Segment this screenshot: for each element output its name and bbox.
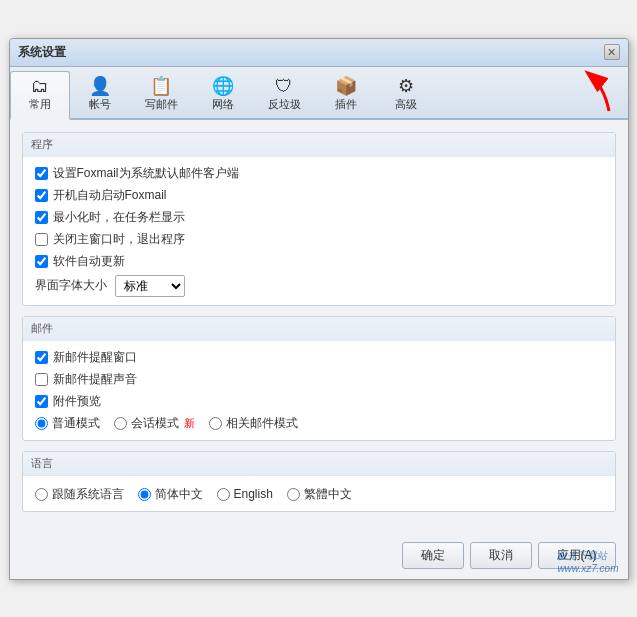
mail-section-body: 新邮件提醒窗口 新邮件提醒声音 附件预览 普通模式 (23, 341, 615, 440)
apply-button[interactable]: 应用(A) (538, 542, 616, 569)
checkbox-attachment-preview[interactable] (35, 395, 48, 408)
checkbox-new-mail-sound[interactable] (35, 373, 48, 386)
font-size-label: 界面字体大小 (35, 277, 107, 294)
tab-advanced[interactable]: ⚙ 高级 (376, 71, 436, 118)
tab-general[interactable]: 🗂 常用 (10, 71, 70, 120)
window-title: 系统设置 (18, 44, 66, 61)
content-area: 程序 设置Foxmail为系统默认邮件客户端 开机自动启动Foxmail 最小化… (10, 120, 628, 534)
checkbox-row-attachment-preview: 附件预览 (35, 393, 603, 410)
label-new-mail-popup: 新邮件提醒窗口 (53, 349, 137, 366)
tab-plugin-label: 插件 (335, 97, 357, 112)
checkbox-default-client[interactable] (35, 167, 48, 180)
tab-plugin[interactable]: 📦 插件 (316, 71, 376, 118)
label-conversation-mode: 会话模式 新 (131, 415, 195, 432)
radio-option-english: English (217, 487, 273, 501)
radio-option-follow-system: 跟随系统语言 (35, 486, 124, 503)
radio-option-simplified-chinese: 简体中文 (138, 486, 203, 503)
spam-icon: 🛡 (275, 77, 293, 95)
program-section: 程序 设置Foxmail为系统默认邮件客户端 开机自动启动Foxmail 最小化… (22, 132, 616, 306)
label-default-client: 设置Foxmail为系统默认邮件客户端 (53, 165, 239, 182)
radio-simplified-chinese[interactable] (138, 488, 151, 501)
language-radio-group: 跟随系统语言 简体中文 English 繁體中文 (35, 486, 603, 503)
tab-general-label: 常用 (29, 97, 51, 112)
label-auto-update: 软件自动更新 (53, 253, 125, 270)
label-new-mail-sound: 新邮件提醒声音 (53, 371, 137, 388)
checkbox-row-auto-start: 开机自动启动Foxmail (35, 187, 603, 204)
radio-option-related: 相关邮件模式 (209, 415, 298, 432)
font-size-select[interactable]: 标准 大 小 (115, 275, 185, 297)
checkbox-new-mail-popup[interactable] (35, 351, 48, 364)
label-auto-start: 开机自动启动Foxmail (53, 187, 167, 204)
radio-english[interactable] (217, 488, 230, 501)
mail-section-title: 邮件 (23, 317, 615, 341)
account-icon: 👤 (89, 77, 111, 95)
tab-compose[interactable]: 📋 写邮件 (130, 71, 193, 118)
label-normal-mode: 普通模式 (52, 415, 100, 432)
label-minimize-tray: 最小化时，在任务栏显示 (53, 209, 185, 226)
mail-mode-radio-group: 普通模式 会话模式 新 相关邮件模式 (35, 415, 603, 432)
label-related-mode: 相关邮件模式 (226, 415, 298, 432)
mail-section: 邮件 新邮件提醒窗口 新邮件提醒声音 附件预览 (22, 316, 616, 441)
tab-network[interactable]: 🌐 网络 (193, 71, 253, 118)
radio-option-traditional-chinese: 繁體中文 (287, 486, 352, 503)
program-section-title: 程序 (23, 133, 615, 157)
language-section-title: 语言 (23, 452, 615, 476)
program-section-body: 设置Foxmail为系统默认邮件客户端 开机自动启动Foxmail 最小化时，在… (23, 157, 615, 305)
radio-related-mode[interactable] (209, 417, 222, 430)
tab-spam-label: 反垃圾 (268, 97, 301, 112)
network-icon: 🌐 (212, 77, 234, 95)
label-simplified-chinese: 简体中文 (155, 486, 203, 503)
tab-bar: 🗂 常用 👤 帐号 📋 写邮件 🌐 网络 🛡 反垃圾 📦 插件 (10, 67, 628, 120)
checkbox-close-exit[interactable] (35, 233, 48, 246)
tab-account-label: 帐号 (89, 97, 111, 112)
compose-icon: 📋 (150, 77, 172, 95)
radio-traditional-chinese[interactable] (287, 488, 300, 501)
checkbox-row-new-mail-popup: 新邮件提醒窗口 (35, 349, 603, 366)
label-attachment-preview: 附件预览 (53, 393, 101, 410)
checkbox-row-minimize-tray: 最小化时，在任务栏显示 (35, 209, 603, 226)
checkbox-auto-start[interactable] (35, 189, 48, 202)
tab-advanced-label: 高级 (395, 97, 417, 112)
new-badge: 新 (184, 417, 195, 429)
radio-follow-system[interactable] (35, 488, 48, 501)
font-size-row: 界面字体大小 标准 大 小 (35, 275, 603, 297)
checkbox-row-auto-update: 软件自动更新 (35, 253, 603, 270)
tab-compose-label: 写邮件 (145, 97, 178, 112)
checkbox-minimize-tray[interactable] (35, 211, 48, 224)
language-section-body: 跟随系统语言 简体中文 English 繁體中文 (23, 476, 615, 511)
radio-option-normal: 普通模式 (35, 415, 100, 432)
general-icon: 🗂 (31, 77, 49, 95)
close-button[interactable]: ✕ (604, 44, 620, 60)
title-bar: 系统设置 ✕ (10, 39, 628, 67)
plugin-icon: 📦 (335, 77, 357, 95)
radio-option-conversation: 会话模式 新 (114, 415, 195, 432)
radio-conversation-mode[interactable] (114, 417, 127, 430)
checkbox-row-close-exit: 关闭主窗口时，退出程序 (35, 231, 603, 248)
checkbox-row-new-mail-sound: 新邮件提醒声音 (35, 371, 603, 388)
cancel-button[interactable]: 取消 (470, 542, 532, 569)
label-english: English (234, 487, 273, 501)
tab-network-label: 网络 (212, 97, 234, 112)
advanced-icon: ⚙ (398, 77, 414, 95)
radio-normal-mode[interactable] (35, 417, 48, 430)
checkbox-row-default-client: 设置Foxmail为系统默认邮件客户端 (35, 165, 603, 182)
tab-spam[interactable]: 🛡 反垃圾 (253, 71, 316, 118)
checkbox-auto-update[interactable] (35, 255, 48, 268)
tab-account[interactable]: 👤 帐号 (70, 71, 130, 118)
language-section: 语言 跟随系统语言 简体中文 English (22, 451, 616, 512)
footer: 确定 取消 应用(A) (10, 534, 628, 579)
label-close-exit: 关闭主窗口时，退出程序 (53, 231, 185, 248)
label-traditional-chinese: 繁體中文 (304, 486, 352, 503)
ok-button[interactable]: 确定 (402, 542, 464, 569)
label-follow-system: 跟随系统语言 (52, 486, 124, 503)
